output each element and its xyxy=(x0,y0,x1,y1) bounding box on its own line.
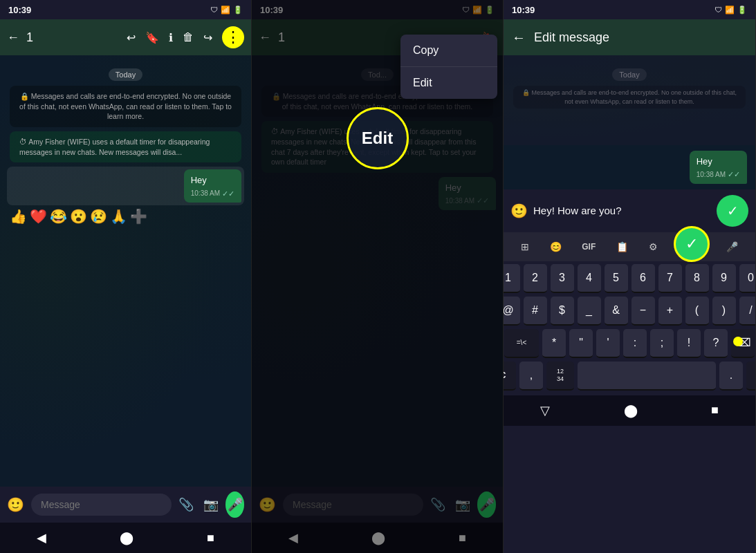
kb-row-1: 1 2 3 4 5 6 7 8 9 0 xyxy=(506,264,753,293)
info-icon-1[interactable]: ℹ xyxy=(169,31,173,44)
key-dash[interactable]: − xyxy=(631,297,655,326)
emoji-heart-1[interactable]: ❤️ xyxy=(30,208,47,225)
emoji-pray-1[interactable]: 🙏 xyxy=(110,208,127,225)
emoji-wow-1[interactable]: 😮 xyxy=(70,208,87,225)
edit-menu-item[interactable]: Edit xyxy=(400,67,497,99)
edit-message-input[interactable] xyxy=(533,205,711,216)
edit-top-bar: ← Edit message xyxy=(504,19,755,55)
shield-icon-3: 🛡 xyxy=(714,6,722,14)
chat-area-3: Today 🔒 Messages and calls are end-to-en… xyxy=(504,55,755,145)
emoji-sad-1[interactable]: 😢 xyxy=(90,208,107,225)
more-icon-1[interactable]: ⋮ xyxy=(222,26,244,48)
key-0[interactable]: 0 xyxy=(739,264,757,293)
keyboard-grid-icon[interactable]: ⊞ xyxy=(517,238,533,255)
emoji-icon-1[interactable]: 🙂 xyxy=(7,496,24,513)
status-icons-3: 🛡 📶 🔋 xyxy=(714,6,747,15)
key-enter[interactable]: ⏎ xyxy=(746,362,756,391)
status-icons-1: 🛡 📶 🔋 xyxy=(210,6,243,15)
nav-bar-1: ◀ ⬤ ■ xyxy=(0,523,251,553)
emoji-thumbs-1[interactable]: 👍 xyxy=(10,208,27,225)
key-2[interactable]: 2 xyxy=(524,264,547,293)
check-icon-3: ✓✓ xyxy=(728,169,740,180)
mic-button-1[interactable]: 🎤 xyxy=(225,491,244,518)
key-num-toggle[interactable]: 1234 xyxy=(546,362,574,391)
key-period[interactable]: . xyxy=(719,362,743,391)
copy-menu-item[interactable]: Copy xyxy=(400,35,497,67)
bookmark-icon-1[interactable]: 🔖 xyxy=(145,31,159,44)
bottom-bar-1: 🙂 📎 📷 🎤 xyxy=(0,487,251,523)
key-lparen[interactable]: ( xyxy=(685,297,709,326)
key-at[interactable]: @ xyxy=(504,297,520,326)
back-button-1[interactable]: ← xyxy=(7,30,19,45)
bubble-meta-1: 10:38 AM ✓✓ xyxy=(191,189,234,199)
keyboard-mic-icon[interactable]: 🎤 xyxy=(722,238,742,255)
bubble-hey-3: Hey 10:38 AM ✓✓ xyxy=(690,151,747,184)
edit-circle-label: Edit xyxy=(362,129,393,148)
recent-nav-3[interactable]: ■ xyxy=(711,403,719,418)
key-semi[interactable]: ; xyxy=(650,329,674,358)
key-4[interactable]: 4 xyxy=(578,264,601,293)
attach-icon-1[interactable]: 📎 xyxy=(178,497,194,512)
keyboard-checkmark-btn[interactable]: ✓ xyxy=(674,226,710,262)
emoji-reactions-1: 👍 ❤️ 😂 😮 😢 🙏 ➕ xyxy=(7,208,244,225)
key-dollar[interactable]: $ xyxy=(551,297,574,326)
system-msg-3: 🔒 Messages and calls are end-to-end encr… xyxy=(513,86,746,109)
message-input-1[interactable] xyxy=(31,494,172,516)
key-amp[interactable]: & xyxy=(605,297,628,326)
keyboard-gif-btn[interactable]: GIF xyxy=(578,239,600,254)
home-nav-1[interactable]: ⬤ xyxy=(120,530,133,545)
emoji-laugh-1[interactable]: 😂 xyxy=(50,208,67,225)
recent-nav-1[interactable]: ■ xyxy=(207,531,214,545)
status-time-1: 10:39 xyxy=(8,5,31,15)
panel-1: 10:39 🛡 📶 🔋 ← 1 ↩ 🔖 ℹ 🗑 ↪ ⋮ Today 🔒 Mess… xyxy=(0,0,252,553)
keyboard-emoji-icon[interactable]: 😊 xyxy=(546,238,566,255)
keyboard-clipboard-icon[interactable]: 📋 xyxy=(612,238,632,255)
home-nav-3[interactable]: ⬤ xyxy=(624,403,638,418)
key-comma[interactable]: , xyxy=(519,362,543,391)
msg-row-hey-1[interactable]: Hey 10:38 AM ✓✓ xyxy=(7,167,244,205)
key-7[interactable]: 7 xyxy=(658,264,682,293)
key-8[interactable]: 8 xyxy=(685,264,709,293)
delete-icon-1[interactable]: 🗑 xyxy=(183,31,194,44)
shield-icon-1: 🛡 xyxy=(210,6,218,14)
key-excl[interactable]: ! xyxy=(677,329,701,358)
key-5[interactable]: 5 xyxy=(605,264,628,293)
key-colon[interactable]: : xyxy=(623,329,647,358)
key-underscore[interactable]: _ xyxy=(578,297,601,326)
status-time-3: 10:39 xyxy=(512,5,535,15)
key-sym-toggle[interactable]: =\< xyxy=(504,329,539,358)
key-abc[interactable]: ABC xyxy=(504,362,516,391)
key-plus[interactable]: + xyxy=(658,297,682,326)
reply-icon-1[interactable]: ↩ xyxy=(127,31,136,44)
send-edit-button[interactable]: ✓ xyxy=(717,195,748,227)
key-1[interactable]: 1 xyxy=(504,264,520,293)
key-slash[interactable]: / xyxy=(739,297,757,326)
key-star[interactable]: * xyxy=(542,329,566,358)
emoji-add-1[interactable]: ➕ xyxy=(130,208,147,225)
key-quest[interactable]: ? xyxy=(704,329,728,358)
yellow-pointer-3 xyxy=(733,337,743,346)
key-rparen[interactable]: ) xyxy=(712,297,736,326)
key-hash[interactable]: # xyxy=(524,297,547,326)
key-space[interactable] xyxy=(578,362,716,391)
bottom-icons-1: 📎 📷 xyxy=(178,497,219,512)
key-6[interactable]: 6 xyxy=(631,264,655,293)
kb-row-2: @ # $ _ & − + ( ) / xyxy=(506,297,753,326)
battery-icon-1: 🔋 xyxy=(233,6,243,15)
back-nav-1[interactable]: ◀ xyxy=(37,530,46,545)
kb-row-4: ABC , 1234 . ⏎ xyxy=(506,362,753,391)
key-9[interactable]: 9 xyxy=(712,264,736,293)
back-button-3[interactable]: ← xyxy=(512,30,526,46)
key-apos[interactable]: ' xyxy=(596,329,620,358)
forward-icon-1[interactable]: ↪ xyxy=(203,31,212,44)
camera-icon-1[interactable]: 📷 xyxy=(203,497,219,512)
keyboard-settings-icon[interactable]: ⚙ xyxy=(645,238,662,255)
back-nav-3[interactable]: ▽ xyxy=(540,403,550,418)
bubble-meta-3: 10:38 AM ✓✓ xyxy=(697,169,740,180)
key-quote[interactable]: " xyxy=(569,329,593,358)
emoji-icon-3[interactable]: 🙂 xyxy=(510,203,528,219)
date-badge-1: Today xyxy=(7,68,244,80)
key-3[interactable]: 3 xyxy=(551,264,574,293)
system-msg-1: 🔒 Messages and calls are end-to-end encr… xyxy=(10,86,241,127)
panel-2: 10:39 🛡 📶 🔋 ← 1 ↩ 🔖 Tod... 🔒 Messages an… xyxy=(252,0,504,553)
